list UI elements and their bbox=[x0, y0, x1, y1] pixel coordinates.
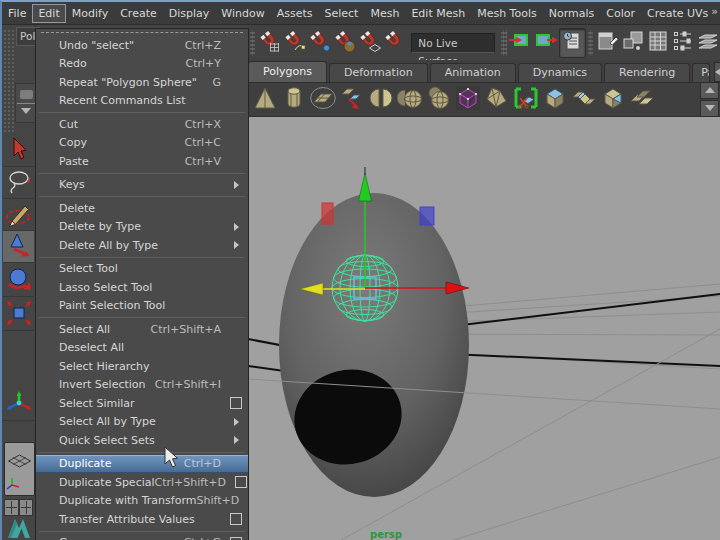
manip-y-cone[interactable] bbox=[359, 173, 372, 201]
shelf-button-subdiv-proxy[interactable] bbox=[424, 85, 453, 115]
statusline-grip[interactable] bbox=[250, 30, 255, 56]
shelf-button-extrude[interactable] bbox=[540, 85, 569, 115]
four-view-button[interactable] bbox=[4, 499, 19, 516]
shelf-button-combine[interactable] bbox=[337, 85, 366, 115]
menu-item-invert-selection[interactable]: Invert Selection Ctrl+Shift+I bbox=[36, 376, 248, 395]
menubar-overflow-icon[interactable]: » bbox=[711, 5, 718, 18]
select-tool-button[interactable] bbox=[3, 135, 34, 167]
rotate-tool-button[interactable] bbox=[3, 265, 34, 297]
menu-item-select-tool[interactable]: Select Tool bbox=[36, 260, 248, 279]
tool-settings-button[interactable] bbox=[670, 29, 695, 57]
menu-tearoff-handle[interactable] bbox=[41, 32, 243, 34]
menu-item-redo[interactable]: Redo Ctrl+Y bbox=[36, 55, 248, 74]
menubar-item-display[interactable]: Display bbox=[163, 4, 216, 23]
construction-history-inputs-button[interactable] bbox=[509, 28, 534, 56]
shelf-tab-animation[interactable]: Animation bbox=[430, 63, 516, 82]
menu-item-delete[interactable]: Delete bbox=[36, 199, 248, 218]
statusline-grip[interactable] bbox=[501, 30, 506, 56]
scroll-tabs-left-button[interactable] bbox=[714, 62, 720, 82]
shelf-button-polygon-plane[interactable] bbox=[308, 85, 337, 115]
snap-to-projected-center-button[interactable] bbox=[332, 29, 357, 57]
channel-box-layer-editor-button[interactable] bbox=[695, 29, 720, 57]
menubar-item-mesh-tools[interactable]: Mesh Tools bbox=[471, 4, 543, 23]
menu-item-duplicate-with-transform[interactable]: Duplicate with Transform Shift+D bbox=[36, 492, 248, 511]
menu-item-duplicate[interactable]: Duplicate Ctrl+D bbox=[36, 455, 248, 474]
menu-item-copy[interactable]: Copy Ctrl+C bbox=[36, 134, 248, 153]
menu-item-paste[interactable]: Paste Ctrl+V bbox=[36, 152, 248, 171]
snap-to-point-button[interactable] bbox=[307, 29, 332, 57]
shelf-tab-pai[interactable]: Pai bbox=[692, 63, 710, 82]
paint-selection-tool-button[interactable] bbox=[3, 199, 34, 231]
menubar-item-color[interactable]: Color bbox=[600, 4, 641, 23]
shelf-button-sculpt-geometry-tool[interactable] bbox=[453, 85, 482, 115]
show-manipulator-tool-button[interactable] bbox=[3, 389, 34, 421]
shelf-tab-polygons[interactable]: Polygons bbox=[248, 61, 327, 82]
menubar-item-window[interactable]: Window bbox=[215, 4, 270, 23]
menu-item-select-all-by-type[interactable]: Select All by Type bbox=[36, 413, 248, 432]
menu-item-deselect-all[interactable]: Deselect All bbox=[36, 339, 248, 358]
snap-to-view-plane-button[interactable] bbox=[357, 29, 382, 57]
shelf-tab-dynamics[interactable]: Dynamics bbox=[518, 63, 602, 82]
scale-tool-button[interactable] bbox=[3, 299, 34, 331]
make-live-button[interactable] bbox=[382, 29, 407, 57]
menu-item-undo-select[interactable]: Undo "select" Ctrl+Z bbox=[36, 36, 248, 55]
construction-history-outputs-button[interactable] bbox=[534, 28, 559, 56]
shelf-button-separate[interactable] bbox=[366, 85, 395, 115]
menu-item-quick-select-sets[interactable]: Quick Select Sets bbox=[36, 431, 248, 450]
shelf-tab-deformation[interactable]: Deformation bbox=[329, 63, 428, 82]
menu-item-paint-selection-tool[interactable]: Paint Selection Tool bbox=[36, 297, 248, 316]
menu-item-recent-commands-list[interactable]: Recent Commands List bbox=[36, 92, 248, 111]
menubar-item-create-uvs[interactable]: Create UVs bbox=[641, 4, 714, 23]
shelf-button-merge-faces[interactable] bbox=[627, 85, 656, 115]
shelf-scroll-up-button[interactable] bbox=[700, 82, 719, 99]
menubar-item-modify[interactable]: Modify bbox=[66, 4, 114, 23]
menu-item-duplicate-special[interactable]: Duplicate Special Ctrl+Shift+D bbox=[36, 473, 248, 492]
menubar-item-edit[interactable]: Edit bbox=[32, 4, 65, 23]
menu-item-repeat-polygon-sphere[interactable]: Repeat "Polygon Sphere" G bbox=[36, 73, 248, 92]
menubar-item-mesh[interactable]: Mesh bbox=[364, 4, 405, 23]
persp-outliner-button[interactable] bbox=[19, 499, 34, 516]
snap-to-grid-button[interactable] bbox=[257, 29, 282, 57]
shelf-button-polygon-cylinder[interactable] bbox=[279, 85, 308, 115]
menubar-item-file[interactable]: File bbox=[2, 4, 32, 23]
menu-item-delete-all-by-type[interactable]: Delete All by Type bbox=[36, 236, 248, 255]
render-counter-button[interactable] bbox=[620, 29, 645, 57]
menu-item-select-all[interactable]: Select All Ctrl+Shift+A bbox=[36, 320, 248, 339]
menubar-item-edit-mesh[interactable]: Edit Mesh bbox=[405, 4, 471, 23]
menubar-item-normals[interactable]: Normals bbox=[543, 4, 601, 23]
list-input-operations-button[interactable] bbox=[559, 28, 586, 58]
menu-item-group[interactable]: Group Ctrl+G bbox=[36, 534, 248, 540]
shelf-button-triangulate[interactable] bbox=[482, 85, 511, 115]
menubar-item-assets[interactable]: Assets bbox=[271, 4, 319, 23]
live-surface-field[interactable]: No Live Surface bbox=[411, 33, 495, 53]
option-box[interactable] bbox=[229, 513, 243, 525]
shelf-button-poke-face[interactable] bbox=[598, 85, 627, 115]
shelf-button-bridge[interactable] bbox=[569, 85, 598, 115]
shelf-button-smooth[interactable] bbox=[395, 85, 424, 115]
menubar-item-select[interactable]: Select bbox=[318, 4, 364, 23]
shelf-tab-rendering[interactable]: Rendering bbox=[604, 63, 690, 82]
menubar-item-create[interactable]: Create bbox=[114, 4, 163, 23]
option-box[interactable] bbox=[234, 476, 248, 488]
snap-to-curve-button[interactable] bbox=[282, 29, 307, 57]
menu-item-select-similar[interactable]: Select Similar bbox=[36, 394, 248, 413]
lasso-select-tool-button[interactable] bbox=[3, 167, 34, 199]
shelf-button-polygon-cone[interactable] bbox=[250, 85, 279, 115]
statusline-grip[interactable] bbox=[588, 30, 593, 56]
manip-plane-handle-blue[interactable] bbox=[420, 207, 434, 225]
option-box[interactable] bbox=[229, 397, 243, 409]
attribute-spreadsheet-button[interactable] bbox=[645, 29, 670, 57]
shelf-button-cut-faces-tool[interactable] bbox=[511, 85, 540, 115]
menu-item-keys[interactable]: Keys bbox=[36, 176, 248, 195]
menu-item-select-hierarchy[interactable]: Select Hierarchy bbox=[36, 357, 248, 376]
menu-item-delete-by-type[interactable]: Delete by Type bbox=[36, 218, 248, 237]
menu-item-transfer-attribute-values[interactable]: Transfer Attribute Values bbox=[36, 510, 248, 529]
shelf-scroll-down-button[interactable] bbox=[700, 100, 719, 117]
collapsed-dropdown-widget[interactable] bbox=[15, 83, 37, 123]
manip-plane-handle-red[interactable] bbox=[322, 203, 333, 224]
single-perspective-view-button[interactable] bbox=[4, 442, 35, 496]
show-editor-panel-button[interactable] bbox=[595, 29, 620, 57]
perspective-viewport[interactable]: persp bbox=[248, 116, 720, 540]
menu-item-cut[interactable]: Cut Ctrl+X bbox=[36, 115, 248, 134]
toolbox-grip[interactable] bbox=[3, 29, 14, 133]
